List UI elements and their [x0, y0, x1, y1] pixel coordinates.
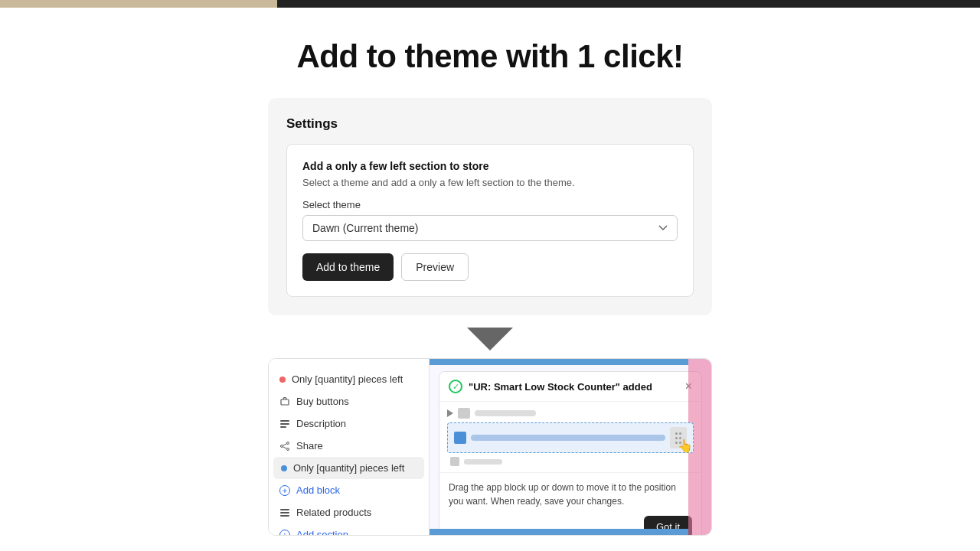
preview-blue-block — [454, 432, 466, 444]
sidebar-item-label: Share — [296, 440, 323, 452]
sidebar-item-only-qty-1[interactable]: Only [quantity] pieces left — [269, 368, 429, 390]
notif-title-row: ✓ "UR: Smart Low Stock Counter" added — [449, 380, 652, 393]
svg-rect-3 — [280, 426, 286, 428]
add-block-plus-icon: + — [279, 485, 290, 496]
sidebar-item-label: Description — [296, 418, 346, 429]
preview-sm-gray-block — [450, 457, 459, 466]
svg-point-4 — [287, 442, 289, 444]
preview-bottom-row — [447, 457, 694, 466]
sidebar-item-share[interactable]: Share — [269, 435, 429, 457]
preview-sm-text-line — [464, 459, 502, 465]
dot-icon-blue — [281, 465, 287, 471]
svg-rect-2 — [280, 423, 289, 425]
sidebar-item-description[interactable]: Description — [269, 412, 429, 435]
arrow-down-icon — [467, 328, 513, 350]
notification-header: ✓ "UR: Smart Low Stock Counter" added × — [439, 372, 701, 402]
preview-normal-row — [447, 408, 694, 419]
sidebar-item-label: Only [quantity] pieces left — [292, 373, 403, 385]
drag-dot — [679, 432, 681, 435]
sidebar-item-buy-buttons[interactable]: Buy buttons — [269, 390, 429, 412]
add-theme-button[interactable]: Add to theme — [302, 253, 394, 281]
preview-highlighted-row: 👆 — [447, 422, 694, 453]
share-icon — [279, 441, 290, 452]
dot-icon-red — [279, 377, 286, 383]
svg-line-8 — [283, 446, 287, 448]
theme-preview-mockup: 👆 — [439, 402, 701, 473]
notification-description: Drag the app block up or down to move it… — [449, 481, 692, 508]
top-bar — [277, 0, 980, 8]
preview-blue-line — [471, 435, 665, 441]
preview-expand-icon — [447, 409, 453, 417]
drag-dot — [675, 432, 678, 435]
left-sidebar-panel: Only [quantity] pieces left Buy buttons — [269, 359, 430, 535]
notification-popup: ✓ "UR: Smart Low Stock Counter" added × — [439, 371, 702, 536]
main-heading: Add to theme with 1 click! — [296, 38, 683, 75]
drag-handle: 👆 — [670, 427, 687, 448]
cart-icon — [279, 396, 290, 407]
preview-text-line — [475, 410, 536, 416]
theme-select[interactable]: Dawn (Current theme) — [302, 215, 678, 241]
sidebar-add-section[interactable]: + Add section — [269, 523, 429, 536]
select-label: Select theme — [302, 199, 678, 210]
add-block-label: Add block — [296, 484, 340, 496]
preview-button[interactable]: Preview — [401, 253, 469, 281]
svg-point-6 — [281, 445, 283, 447]
add-section-plus-icon: + — [279, 530, 290, 536]
check-circle-icon: ✓ — [449, 380, 462, 393]
svg-rect-9 — [280, 509, 289, 510]
sidebar-item-label: Related products — [296, 507, 371, 518]
button-row: Add to theme Preview — [302, 253, 678, 281]
settings-inner-card: Add a only a few left section to store S… — [286, 144, 694, 297]
blue-bottom-bar — [430, 529, 688, 535]
svg-rect-0 — [281, 399, 289, 405]
preview-gray-block — [458, 408, 470, 419]
settings-card: Settings Add a only a few left section t… — [268, 98, 712, 315]
section-title: Add a only a few left section to store — [302, 160, 678, 172]
page-content: Add to theme with 1 click! Settings Add … — [0, 8, 980, 551]
settings-title: Settings — [286, 116, 694, 132]
svg-point-5 — [287, 448, 289, 450]
cursor-hand-icon: 👆 — [678, 439, 693, 453]
svg-rect-11 — [280, 515, 289, 517]
svg-line-7 — [283, 443, 287, 445]
sidebar-item-label: Only [quantity] pieces left — [293, 462, 404, 474]
svg-rect-10 — [280, 512, 289, 514]
bottom-panels: Only [quantity] pieces left Buy buttons — [268, 358, 712, 536]
svg-rect-1 — [280, 420, 289, 422]
sidebar-add-block[interactable]: + Add block — [269, 479, 429, 501]
add-section-label: Add section — [296, 529, 348, 536]
sidebar-item-related-products[interactable]: Related products — [269, 501, 429, 523]
lines-icon — [279, 419, 290, 429]
notification-title: "UR: Smart Low Stock Counter" added — [469, 381, 652, 393]
sidebar-item-label: Buy buttons — [296, 396, 349, 407]
sidebar-item-only-qty-active[interactable]: Only [quantity] pieces left — [273, 457, 424, 479]
right-notification-panel: ✓ "UR: Smart Low Stock Counter" added × — [430, 359, 711, 535]
arrow-container — [467, 328, 513, 350]
section-desc: Select a theme and add a only a few left… — [302, 177, 678, 188]
blue-top-bar — [430, 359, 688, 365]
related-products-icon — [279, 507, 290, 518]
notification-body: Drag the app block up or down to move it… — [439, 473, 701, 536]
